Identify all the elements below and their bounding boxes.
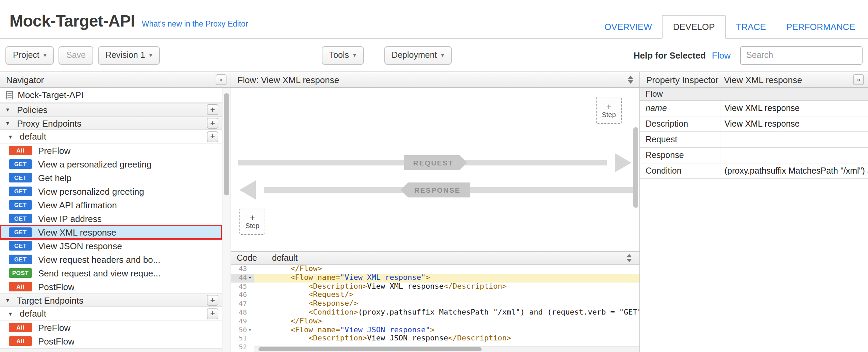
add-step-button-bottom[interactable]: + Step [239, 208, 265, 235]
property-row-description: Description View XML response [640, 116, 868, 132]
flow-item-view-api-affirmation[interactable]: GET View API affirmation [0, 198, 222, 212]
navigator-root-item[interactable]: Mock-Target-API [0, 88, 222, 103]
code-text: <Description>View JSON response</Descrip… [254, 335, 639, 343]
deployment-menu-button[interactable]: Deployment ▾ [384, 46, 451, 64]
tab-trace[interactable]: TRACE [726, 16, 776, 38]
line-number-gutter: 52 [231, 343, 254, 352]
flow-canvas: + Step REQUEST RESPONSE + Step [231, 88, 639, 251]
whats-new-link[interactable]: What's new in the Proxy Editor [142, 20, 248, 28]
navigator-section-target-endpoints[interactable]: ▾ Target Endpoints + [0, 293, 222, 307]
property-value[interactable]: View XML response [720, 101, 868, 116]
flow-item-preflow[interactable]: All PreFlow [0, 144, 222, 157]
collapse-triangle-icon[interactable]: ▾ [6, 297, 12, 304]
line-number: 49 [239, 317, 247, 326]
flow-label: PostFlow [38, 336, 74, 346]
navigator-body: Mock-Target-API ▾ Policies + ▾ Proxy End… [0, 88, 231, 352]
flow-label: View API affirmation [38, 200, 117, 210]
flow-label: PreFlow [38, 322, 70, 333]
collapse-inspector-button[interactable]: » [853, 74, 864, 85]
tab-overview[interactable]: OVERVIEW [594, 16, 662, 38]
code-line-51[interactable]: 51 <Description>View JSON response</Desc… [231, 335, 639, 343]
tab-develop[interactable]: DEVELOP [662, 15, 726, 39]
document-icon [6, 91, 13, 99]
collapse-triangle-icon[interactable]: ▾ [9, 310, 15, 317]
section-label: Proxy Endpoints [17, 118, 202, 128]
chevron-up-icon [627, 254, 632, 257]
navigator-target-default-group[interactable]: ▾ default + [0, 307, 222, 321]
flow-item-send-request[interactable]: POST Send request and view reque... [0, 266, 222, 280]
flow-scrollbar[interactable] [633, 127, 638, 208]
clipped-bottom-row: ▾ Resources [0, 348, 231, 352]
collapse-triangle-icon[interactable]: ▾ [9, 133, 15, 140]
tools-menu-button[interactable]: Tools ▾ [322, 46, 364, 64]
save-button[interactable]: Save [59, 46, 93, 64]
add-step-button-top[interactable]: + Step [596, 97, 622, 124]
property-label: Request [640, 132, 720, 147]
code-line-48[interactable]: 48 <Condition>(proxy.pathsuffix MatchesP… [231, 308, 639, 317]
target-flow-item-postflow[interactable]: All PostFlow [0, 334, 222, 348]
property-value[interactable] [720, 148, 868, 163]
tools-label: Tools [329, 50, 349, 60]
code-line-49[interactable]: 49 </Flow> [231, 317, 639, 326]
add-flow-button[interactable]: + [207, 131, 218, 142]
property-value[interactable] [720, 132, 868, 147]
flow-item-get-help[interactable]: GET Get help [0, 171, 222, 185]
tab-performance[interactable]: PERFORMANCE [776, 16, 865, 38]
flow-item-view-request-headers[interactable]: GET View request headers and bo... [0, 253, 222, 266]
flow-label: View personalized greeting [38, 186, 144, 196]
flow-item-view-xml-response[interactable]: GET View XML response [0, 225, 222, 239]
code-line-47[interactable]: 47 <Response/> [231, 300, 639, 308]
line-number: 47 [239, 300, 247, 308]
flow-item-view-personalized-greeting[interactable]: GET View personalized greeting [0, 185, 222, 198]
navigator-section-policies[interactable]: ▾ Policies + [0, 103, 222, 116]
fold-arrow-icon[interactable]: ▾ [247, 274, 253, 283]
code-line-45[interactable]: 45 <Description>View XML response</Descr… [231, 282, 639, 291]
code-line-43[interactable]: 43 </Flow> [231, 265, 639, 274]
chevron-down-icon: ▾ [149, 52, 152, 59]
flow-item-view-json-response[interactable]: GET View JSON response [0, 239, 222, 253]
chevron-down-icon: ▾ [353, 52, 356, 59]
code-horizontal-scrollbar[interactable] [258, 347, 482, 351]
add-flow-button[interactable]: + [207, 308, 218, 319]
chevron-down-icon [628, 80, 633, 84]
code-text: <Response/> [254, 300, 639, 308]
code-endpoint-tab[interactable]: default [272, 253, 298, 263]
flow-item-view-a-personalized-greeting[interactable]: GET View a personalized greeting [0, 157, 222, 171]
collapse-triangle-icon[interactable]: ▾ [6, 120, 12, 127]
navigator-section-proxy-endpoints[interactable]: ▾ Proxy Endpoints + [0, 116, 222, 130]
code-line-50[interactable]: 50▾ <Flow name="View JSON response"> [231, 326, 639, 335]
flow-item-view-ip-address[interactable]: GET View IP address [0, 212, 222, 225]
navigator-scrollbar[interactable] [224, 93, 229, 195]
navigator-proxy-default-group[interactable]: ▾ default + [0, 130, 222, 144]
code-line-46[interactable]: 46 <Request/> [231, 291, 639, 300]
flow-item-postflow[interactable]: All PostFlow [0, 280, 222, 293]
collapse-code-panel-icon[interactable] [624, 254, 634, 262]
code-line-44[interactable]: 44▾ <Flow name="View XML response"> [231, 274, 639, 283]
property-value[interactable]: (proxy.pathsuffix MatchesPath "/xml") an… [720, 163, 868, 178]
request-arrowhead-icon [615, 153, 631, 172]
code-editor[interactable]: 43 </Flow> 44▾ <Flow name="View XML resp… [231, 265, 639, 352]
fold-arrow-icon[interactable]: ▾ [247, 326, 253, 335]
help-for-selected-label: Help for Selected [634, 50, 706, 60]
line-number-gutter: 47 [231, 300, 254, 308]
code-tab[interactable]: Code [237, 253, 257, 263]
search-input[interactable] [740, 46, 863, 64]
project-menu-button[interactable]: Project ▾ [5, 46, 54, 64]
collapse-triangle-icon[interactable]: ▾ [6, 106, 12, 113]
help-flow-link[interactable]: Flow [712, 50, 731, 60]
flow-panel-header: Flow: View XML response [231, 72, 639, 88]
flow-label: View JSON response [38, 241, 122, 251]
collapse-navigator-button[interactable]: « [216, 74, 227, 85]
flow-panel-title: Flow: View XML response [237, 75, 339, 85]
flow-label: Get help [38, 173, 71, 183]
navigator-section-resources[interactable]: ▾ Resources [0, 348, 222, 352]
collapse-flow-panel-icon[interactable] [626, 76, 635, 84]
add-target-endpoint-button[interactable]: + [207, 295, 218, 306]
line-number-gutter: 50▾ [231, 326, 254, 335]
target-flow-item-preflow[interactable]: All PreFlow [0, 321, 222, 334]
add-policy-button[interactable]: + [207, 104, 218, 115]
add-proxy-endpoint-button[interactable]: + [207, 118, 218, 129]
revision-menu-button[interactable]: Revision 1 ▾ [98, 46, 160, 64]
property-value[interactable]: View XML response [720, 116, 868, 131]
flow-label: View XML response [38, 227, 116, 237]
